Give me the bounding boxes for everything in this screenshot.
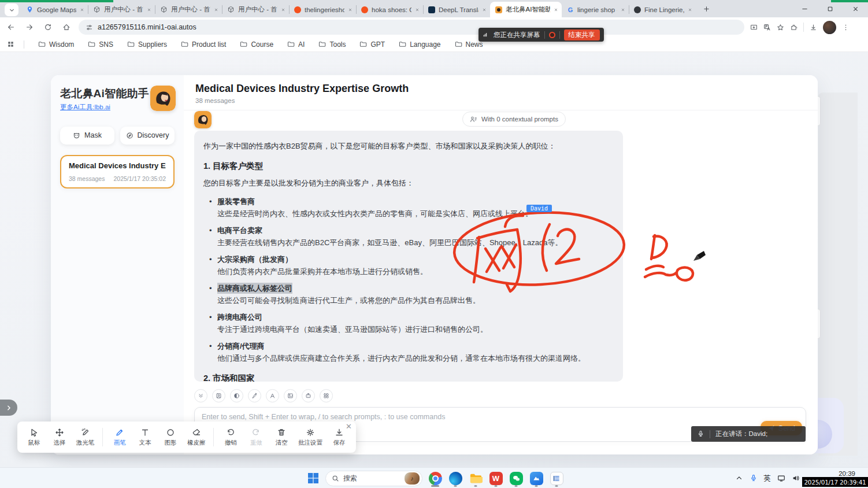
bookmark-folder[interactable]: AI xyxy=(287,40,305,49)
input-tool-mask-a-icon[interactable] xyxy=(266,389,279,402)
taskbar-blueapp-icon[interactable] xyxy=(529,469,544,487)
taskbar-chrome-icon[interactable] xyxy=(428,469,443,487)
address-bar[interactable]: a12657915116.mini1-oai.autos xyxy=(79,20,744,35)
annotation-tool-undo[interactable]: 撤销 xyxy=(222,427,239,447)
input-tool-image-icon[interactable] xyxy=(284,389,297,402)
bookmark-star-icon[interactable] xyxy=(777,24,784,31)
annotation-tool-circleShape[interactable]: 图形 xyxy=(162,427,179,447)
maximize-icon xyxy=(826,5,834,13)
annotation-tool-redo[interactable]: 重做 xyxy=(247,427,265,447)
annotation-tool-pen[interactable]: 画笔 xyxy=(111,427,128,447)
taskbar-wps-icon[interactable]: W xyxy=(488,469,503,487)
bookmark-folder[interactable]: Suppliers xyxy=(127,40,167,49)
annotation-tool-eraser[interactable]: 橡皮擦 xyxy=(187,427,206,447)
browser-tab[interactable]: 老北鼻AI智能助手 xyxy=(490,2,562,17)
browser-tab[interactable]: thelingerieshop xyxy=(289,2,356,17)
input-tool-collapse-icon[interactable] xyxy=(194,389,207,402)
install-icon[interactable] xyxy=(750,24,758,31)
forward-button[interactable] xyxy=(22,20,37,35)
taskbar-edge-icon[interactable] xyxy=(448,469,463,487)
translate-icon[interactable] xyxy=(763,24,771,31)
bookmark-folder[interactable]: SNS xyxy=(88,40,113,49)
annotation-tool-move[interactable]: 选择 xyxy=(51,427,68,447)
annotation-tool-label: 批注设置 xyxy=(298,439,322,447)
tab-close-icon[interactable] xyxy=(554,8,558,12)
tab-favicon xyxy=(227,6,235,13)
browser-tab[interactable]: 用户中心 - 首页 xyxy=(88,2,155,17)
tab-close-icon[interactable] xyxy=(80,8,84,12)
folder-icon xyxy=(181,40,188,48)
apps-grid-icon[interactable] xyxy=(7,40,14,48)
tab-title: Google Maps xyxy=(37,6,76,13)
annotation-tool-cursor[interactable]: 鼠标 xyxy=(25,427,43,447)
menu-kebab-icon[interactable] xyxy=(842,24,850,31)
ime-indicator[interactable]: 英 xyxy=(764,474,771,483)
bookmark-folder[interactable]: News xyxy=(455,40,483,49)
folder-icon xyxy=(240,40,247,48)
chat-list-item[interactable]: Medical Devices Industry Exp... 38 messa… xyxy=(60,155,175,188)
browser-tab[interactable]: hoka shoes: Ove xyxy=(356,2,423,17)
browser-tab[interactable]: DeepL Translate xyxy=(423,2,490,17)
back-button[interactable] xyxy=(3,20,18,35)
downloads-icon[interactable] xyxy=(810,24,817,31)
speaking-label: 正在讲话：David; xyxy=(715,430,767,438)
bookmark-folder[interactable]: Tools xyxy=(318,40,346,49)
stop-share-button[interactable]: 结束共享 xyxy=(564,29,600,40)
discovery-button[interactable]: Discovery xyxy=(120,127,175,145)
bullet-term: 跨境电商公司 xyxy=(217,312,262,323)
browser-tab[interactable]: Google Maps xyxy=(21,2,88,17)
maximize-button[interactable] xyxy=(817,0,843,17)
input-tool-plugins-icon[interactable] xyxy=(320,389,333,402)
browser-tab[interactable]: 用户中心 - 首页 xyxy=(222,2,289,17)
input-tool-theme-icon[interactable] xyxy=(230,389,243,402)
tab-close-icon[interactable] xyxy=(688,8,692,12)
tab-close-icon[interactable] xyxy=(214,8,218,12)
start-button[interactable] xyxy=(306,471,320,485)
tray-expand-icon[interactable] xyxy=(735,474,743,482)
home-button[interactable] xyxy=(59,20,74,35)
taskbar-notes-icon[interactable] xyxy=(549,469,564,487)
bookmark-folder[interactable]: GPT xyxy=(359,40,385,49)
taskbar-wechat-icon[interactable] xyxy=(509,469,524,487)
cast-screen-icon[interactable] xyxy=(777,474,785,482)
speaker-icon[interactable] xyxy=(792,474,800,482)
tab-search-button[interactable] xyxy=(5,3,18,16)
taskbar-clock[interactable]: 20:39 xyxy=(839,470,855,477)
browser-tab[interactable]: 用户中心 - 首页 xyxy=(155,2,222,17)
minimize-button[interactable] xyxy=(792,0,817,17)
browser-tab[interactable]: Fine Lingerie, Sle xyxy=(629,2,696,17)
site-info-icon[interactable] xyxy=(86,24,93,31)
tab-close-icon[interactable] xyxy=(482,8,487,12)
tab-close-icon[interactable] xyxy=(281,8,285,12)
annotation-tool-laser[interactable]: 激光笔 xyxy=(76,427,95,447)
annotation-tool-textT[interactable]: 文本 xyxy=(136,427,154,447)
bookmark-folder[interactable]: Language xyxy=(399,40,440,49)
mask-button[interactable]: Mask xyxy=(60,127,114,145)
side-panel-handle[interactable] xyxy=(0,400,17,416)
tab-close-icon[interactable] xyxy=(348,8,353,12)
taskbar-search[interactable]: 搜索 ♪ xyxy=(325,471,422,486)
annotation-tool-trash[interactable]: 清空 xyxy=(273,427,290,447)
more-tools-link[interactable]: 更多Ai工具:lbb.ai xyxy=(60,103,110,112)
browser-tab[interactable]: Glingerie shop - G xyxy=(562,2,629,17)
extensions-icon[interactable] xyxy=(790,24,797,31)
bookmark-folder[interactable]: Product list xyxy=(181,40,226,49)
new-tab-button[interactable] xyxy=(699,2,713,16)
tab-close-icon[interactable] xyxy=(147,8,151,12)
tab-close-icon[interactable] xyxy=(621,8,625,12)
contextual-prompts-pill[interactable]: With 0 contextual prompts xyxy=(462,112,566,127)
input-tool-portrait-icon[interactable] xyxy=(212,389,225,402)
close-window-button[interactable] xyxy=(843,0,868,17)
annotation-toolbar-close-icon[interactable]: ✕ xyxy=(346,423,352,430)
input-tool-robot-icon[interactable] xyxy=(302,389,315,402)
bookmark-folder[interactable]: Wisdom xyxy=(38,40,74,49)
tab-close-icon[interactable] xyxy=(415,8,420,12)
input-tool-prompt-wand-icon[interactable] xyxy=(248,389,261,402)
reload-button[interactable] xyxy=(40,20,55,35)
profile-avatar[interactable] xyxy=(823,21,836,34)
bookmark-folder[interactable]: Course xyxy=(240,40,273,49)
taskbar-explorer-icon[interactable] xyxy=(468,469,483,487)
annotation-tool-gear[interactable]: 批注设置 xyxy=(298,427,322,447)
tray-microphone-icon[interactable] xyxy=(750,474,758,482)
chat-title: Medical Devices Industry Expertise Growt… xyxy=(195,83,806,95)
